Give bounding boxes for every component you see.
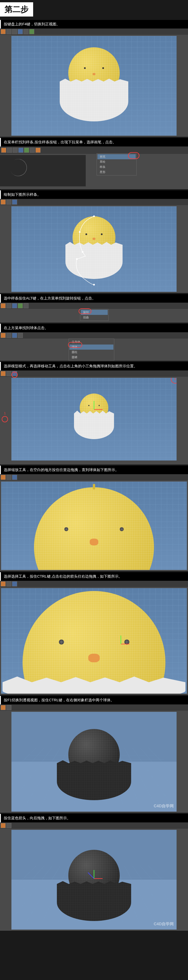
screenshot-spline-menu: 画笔 草绘 样条 星形 xyxy=(0,146,188,189)
step-header: 第二步 xyxy=(0,0,188,19)
highlight-circle xyxy=(68,342,82,348)
top-toolbar xyxy=(0,199,188,205)
highlight-1: 1 xyxy=(2,416,8,422)
tool-icon[interactable] xyxy=(6,303,11,308)
menu-item[interactable]: 扭曲 xyxy=(81,315,108,320)
tool-icon[interactable] xyxy=(0,823,6,828)
egg-shell-edge xyxy=(3,682,185,694)
tool-icon[interactable] xyxy=(12,29,17,34)
tool-icon[interactable] xyxy=(6,29,11,34)
tool-icon[interactable] xyxy=(24,148,29,153)
step-badge: 第二步 xyxy=(0,2,33,16)
tool-icon[interactable] xyxy=(13,148,18,153)
spline-button[interactable] xyxy=(35,148,40,153)
svg-point-1 xyxy=(79,231,80,233)
main-toolbar xyxy=(0,146,188,154)
toolbar xyxy=(0,371,188,377)
tool-icon[interactable] xyxy=(18,148,23,153)
primitive-button[interactable] xyxy=(12,333,17,338)
tool-icon[interactable] xyxy=(12,303,17,308)
tool-icon[interactable] xyxy=(0,199,6,205)
svg-point-4 xyxy=(93,284,95,286)
eye-sphere-left xyxy=(59,640,64,644)
tool-icon[interactable] xyxy=(23,303,29,308)
tool-icon[interactable] xyxy=(12,581,17,587)
instruction-8: 选择选择工具，按住CTRL键,点击右边的箭头往右边拖拽，如下图所示。 xyxy=(0,572,188,581)
egg-shell xyxy=(60,81,128,121)
menu-item[interactable]: 圆锥 xyxy=(69,355,113,360)
screenshot-scale-sphere xyxy=(0,474,188,571)
curve-preview xyxy=(1,156,35,179)
move-gizmo[interactable] xyxy=(85,401,103,418)
screenshot-spline-drawn xyxy=(0,199,188,293)
screenshot-front-view xyxy=(0,29,188,137)
spline-path xyxy=(68,215,120,286)
menu-item[interactable]: 样条 xyxy=(97,164,136,170)
tool-icon[interactable] xyxy=(6,705,11,710)
model-mode-icon[interactable] xyxy=(0,371,6,376)
viewport[interactable]: 3 xyxy=(11,378,177,460)
tool-icon[interactable] xyxy=(12,475,17,480)
viewport-perspective[interactable]: C4D自学网 xyxy=(11,830,177,929)
toolbar xyxy=(0,822,188,829)
viewport[interactable] xyxy=(11,36,177,136)
viewport[interactable] xyxy=(11,206,177,292)
watermark: C4D自学网 xyxy=(154,921,174,927)
instruction-10: 按住蓝色箭头，向后拖拽，如下图所示。 xyxy=(0,814,188,822)
viewport-perspective[interactable]: C4D自学网 xyxy=(11,712,177,811)
viewport[interactable] xyxy=(1,482,187,570)
tool-icon[interactable] xyxy=(30,148,35,153)
eye-sphere-left xyxy=(64,527,68,531)
beak xyxy=(88,654,100,662)
screenshot-move-sphere: 1 2 3 xyxy=(0,371,188,465)
tool-icon[interactable] xyxy=(12,199,17,205)
highlight-circle xyxy=(128,152,140,159)
toolbar xyxy=(0,581,188,587)
tool-icon[interactable] xyxy=(6,199,11,205)
toolbar xyxy=(0,705,188,711)
tool-icon[interactable] xyxy=(0,705,6,710)
tool-icon[interactable] xyxy=(1,148,6,153)
eye-sphere-right xyxy=(120,527,124,531)
viewport[interactable] xyxy=(1,588,187,694)
screenshot-sphere-menu: 立方体 球体 圆柱 圆锥 xyxy=(0,332,188,361)
tool-icon[interactable] xyxy=(7,148,12,153)
beak xyxy=(90,539,98,546)
tool-icon[interactable] xyxy=(0,29,6,34)
tool-icon[interactable] xyxy=(18,29,23,34)
tool-icon[interactable] xyxy=(18,333,23,338)
scale-tool-icon[interactable] xyxy=(6,475,11,480)
tool-icon[interactable] xyxy=(0,303,6,308)
instruction-6: 选择模型模式，再选择移动工具，点击右上角的小三角拖拽球体到如图所示位置。 xyxy=(0,362,188,371)
highlight-circle xyxy=(79,308,92,314)
tool-icon[interactable] xyxy=(6,581,11,587)
svg-point-0 xyxy=(93,215,95,217)
svg-point-3 xyxy=(76,258,78,260)
tool-icon[interactable] xyxy=(6,333,11,338)
top-toolbar xyxy=(0,29,188,35)
instruction-7: 选择缩放工具，在空白的地方按住往里边拖拽，直到球体如下图所示。 xyxy=(0,466,188,474)
tool-icon[interactable] xyxy=(6,823,11,828)
svg-point-2 xyxy=(82,251,84,253)
move-tool-icon[interactable] xyxy=(6,371,11,376)
menu-item[interactable]: 圆柱 xyxy=(69,350,113,355)
screenshot-rotate-menu: 旋转 扭曲 xyxy=(0,302,188,323)
toolbar xyxy=(0,302,188,309)
lathe-button[interactable] xyxy=(18,303,23,308)
toolbar xyxy=(0,474,188,480)
screenshot-ctrl-drag xyxy=(0,581,188,695)
tool-icon[interactable] xyxy=(0,475,6,480)
move-gizmo-3d[interactable] xyxy=(85,870,103,887)
tool-icon[interactable] xyxy=(23,29,29,34)
watermark: C4D自学网 xyxy=(154,803,174,809)
move-gizmo[interactable] xyxy=(112,635,129,652)
menu-item[interactable]: 星形 xyxy=(97,170,136,175)
menu-item[interactable]: 草绘 xyxy=(97,159,136,164)
instruction-1: 按键盘上的F4键，切换到正视图。 xyxy=(0,20,188,29)
instruction-2: 在菜单栏找到样条,按住样条按钮，出现下拉菜单，选择画笔，点击。 xyxy=(0,138,188,146)
tool-icon[interactable] xyxy=(0,333,6,338)
tool-icon[interactable] xyxy=(29,29,34,34)
highlight-2: 2 xyxy=(11,372,18,378)
hair-tuft xyxy=(93,484,95,490)
select-tool-icon[interactable] xyxy=(0,581,6,587)
